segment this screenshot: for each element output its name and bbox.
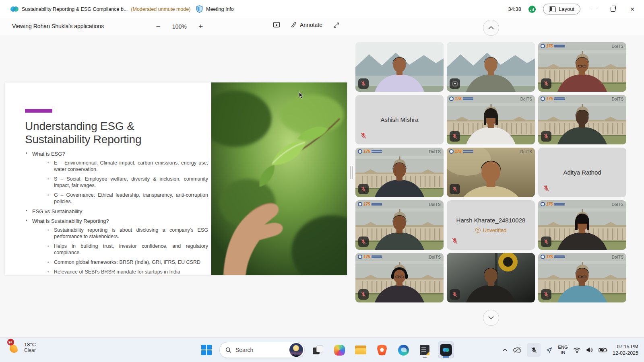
slide-accent-bar bbox=[25, 109, 52, 113]
participant-video-tile[interactable]: 175DoITS bbox=[538, 200, 626, 250]
participant-video-tile[interactable] bbox=[447, 42, 535, 92]
iit-roorkee-logo: 175 bbox=[358, 255, 382, 259]
scroll-up-button[interactable] bbox=[483, 20, 499, 36]
participant-grid: 175DoITS Ashish Mishra bbox=[355, 42, 626, 302]
mic-muted-icon bbox=[358, 184, 369, 194]
file-explorer-button[interactable] bbox=[353, 341, 369, 358]
notification-badge: 9+ bbox=[7, 339, 14, 346]
slide-sub-bullet: Helps in building trust, investor confid… bbox=[47, 243, 208, 256]
edge-button[interactable] bbox=[395, 341, 411, 358]
slide-bullet: What is ESG?E – Environmental: Climate i… bbox=[25, 151, 208, 205]
scroll-down-button[interactable] bbox=[483, 310, 499, 326]
doits-watermark: DoITS bbox=[429, 255, 441, 259]
language-switcher[interactable]: ENG IN bbox=[558, 345, 568, 355]
participant-video-tile[interactable]: 175DoITS bbox=[447, 95, 535, 144]
mic-muted-icon bbox=[542, 184, 550, 194]
participant-name-tile[interactable]: Harsh Kharate_24810028?Unverified bbox=[447, 200, 535, 250]
layout-button[interactable]: Layout bbox=[543, 4, 580, 14]
participant-video-tile[interactable] bbox=[355, 42, 444, 92]
participant-name-tile[interactable]: Aditya Rathod bbox=[538, 148, 626, 197]
participant-video-tile[interactable] bbox=[447, 253, 535, 302]
participant-video-tile[interactable]: 175DoITS bbox=[355, 200, 444, 250]
annotate-label: Annotate bbox=[300, 22, 322, 28]
doits-watermark: DoITS bbox=[612, 97, 623, 101]
windows-taskbar: 9+ 18°C Clear Search bbox=[0, 337, 644, 362]
participant-video-tile[interactable]: 175DoITS bbox=[355, 148, 444, 197]
copilot-button[interactable] bbox=[331, 341, 347, 358]
language-line2: IN bbox=[561, 350, 566, 355]
zoom-out-button[interactable]: − bbox=[153, 21, 163, 32]
clock-widget[interactable]: 07:15 PM 12-02-2025 bbox=[613, 343, 638, 356]
connection-quality-icon[interactable] bbox=[528, 6, 536, 13]
wifi-icon[interactable] bbox=[573, 347, 581, 353]
mic-muted-icon bbox=[358, 289, 369, 300]
mic-muted-icon bbox=[541, 131, 551, 142]
notepad-button[interactable] bbox=[417, 341, 433, 358]
language-line1: ENG bbox=[558, 345, 568, 350]
edge-icon bbox=[398, 345, 409, 356]
onedrive-paused-icon[interactable] bbox=[513, 347, 522, 353]
meeting-titlebar: Sustainability Reporting & ESG Complianc… bbox=[0, 0, 644, 18]
notepad-icon bbox=[420, 345, 429, 355]
close-button[interactable]: ✕ bbox=[626, 3, 638, 15]
participant-video-tile[interactable]: 175DoITS bbox=[355, 253, 444, 302]
iit-roorkee-logo: 175 bbox=[358, 149, 382, 154]
brave-icon bbox=[377, 345, 387, 356]
share-toolbar: Viewing Rohan Shukla's applications − 10… bbox=[0, 18, 644, 35]
question-circle-icon: ? bbox=[475, 228, 481, 233]
viewing-label: Viewing Rohan Shukla's applications bbox=[12, 23, 104, 29]
start-button[interactable] bbox=[201, 345, 212, 355]
doits-watermark: DoITS bbox=[612, 202, 623, 207]
shared-presentation-slide: Understanding ESG & Sustainability Repor… bbox=[5, 82, 347, 275]
weather-widget[interactable]: 9+ 18°C Clear bbox=[9, 341, 36, 354]
doits-watermark: DoITS bbox=[520, 97, 532, 101]
webex-app-button[interactable] bbox=[438, 341, 454, 358]
panel-resize-handle[interactable] bbox=[350, 166, 353, 179]
iit-roorkee-logo: 175 bbox=[449, 97, 473, 101]
search-input[interactable]: Search bbox=[219, 342, 305, 358]
monitor-icon[interactable] bbox=[273, 21, 280, 29]
doits-watermark: DoITS bbox=[612, 44, 623, 49]
annotate-button[interactable]: Annotate bbox=[291, 22, 322, 28]
participant-name-tile[interactable]: Ashish Mishra bbox=[355, 95, 444, 144]
task-view-button[interactable] bbox=[310, 341, 326, 358]
participant-name: Ashish Mishra bbox=[380, 116, 418, 123]
participant-video-tile[interactable]: 175DoITS bbox=[538, 42, 626, 92]
tray-mic-muted-icon[interactable] bbox=[527, 343, 541, 357]
layout-label: Layout bbox=[559, 6, 574, 12]
mic-muted-icon bbox=[359, 132, 367, 141]
file-explorer-icon bbox=[355, 346, 366, 354]
volume-icon[interactable] bbox=[586, 347, 593, 353]
doits-watermark: DoITS bbox=[429, 150, 441, 154]
doits-watermark: DoITS bbox=[520, 150, 532, 154]
doits-watermark: DoITS bbox=[429, 202, 441, 207]
mic-muted-icon bbox=[541, 289, 551, 300]
doits-watermark: DoITS bbox=[612, 255, 623, 259]
meeting-info-button[interactable]: Meeting Info bbox=[196, 0, 234, 18]
chevron-down-icon bbox=[488, 316, 494, 320]
tray-time: 07:15 PM bbox=[617, 343, 638, 350]
mic-muted-icon bbox=[541, 237, 551, 247]
participant-video-tile[interactable]: 175DoITS bbox=[447, 148, 535, 197]
location-icon[interactable] bbox=[546, 347, 553, 354]
brave-button[interactable] bbox=[374, 341, 390, 358]
mic-muted-icon bbox=[541, 78, 551, 89]
slide-sub-bullet: Common global frameworks: BRSR (India), … bbox=[47, 259, 208, 265]
mouse-cursor bbox=[299, 92, 305, 99]
moderated-unmute-note: (Moderated unmute mode) bbox=[131, 6, 190, 12]
zoom-level: 100% bbox=[172, 23, 187, 30]
mic-muted-icon bbox=[358, 78, 369, 89]
mic-muted-icon bbox=[451, 237, 459, 247]
participant-video-tile[interactable]: 175DoITS bbox=[538, 253, 626, 302]
participant-video-tile[interactable]: 175DoITS bbox=[538, 95, 626, 144]
expand-icon[interactable] bbox=[333, 22, 340, 29]
battery-icon[interactable] bbox=[599, 348, 607, 353]
iit-roorkee-logo: 175 bbox=[358, 202, 382, 206]
task-view-icon bbox=[313, 345, 323, 355]
mic-muted-icon bbox=[358, 237, 369, 247]
tray-chevron-up-icon[interactable] bbox=[502, 348, 508, 352]
search-icon bbox=[225, 347, 231, 353]
zoom-in-button[interactable]: + bbox=[196, 21, 206, 32]
restore-button[interactable] bbox=[607, 3, 619, 15]
minimize-button[interactable] bbox=[588, 3, 600, 15]
